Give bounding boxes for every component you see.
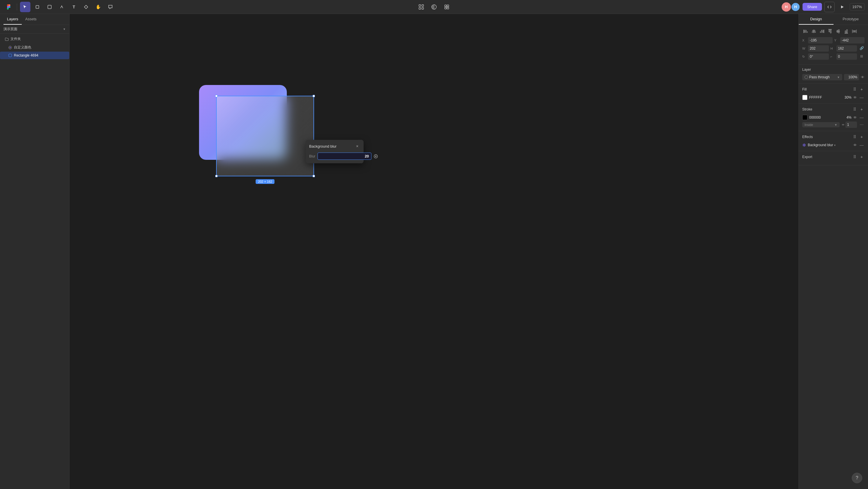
effect-remove-icon[interactable]: — xyxy=(859,142,865,148)
size-label: 202 × 162 xyxy=(255,179,274,184)
stroke-add-icon[interactable]: + xyxy=(859,107,865,112)
angle-input[interactable] xyxy=(808,53,829,60)
effects-add-icon[interactable]: + xyxy=(859,134,865,140)
export-add-icon[interactable]: + xyxy=(859,154,865,160)
share-resource-icon[interactable] xyxy=(441,2,452,12)
stroke-position-selector[interactable]: Inside ▼ xyxy=(802,122,840,127)
stroke-remove-icon[interactable]: — xyxy=(859,115,865,120)
svg-rect-9 xyxy=(447,5,449,7)
h-label: H xyxy=(831,47,835,50)
code-view-button[interactable] xyxy=(824,2,835,12)
stroke-color-swatch[interactable] xyxy=(802,115,807,120)
blur-popup-close-button[interactable]: × xyxy=(354,143,360,149)
align-left-icon[interactable] xyxy=(802,28,809,35)
folder-icon xyxy=(5,37,9,41)
blur-stepper-icon[interactable] xyxy=(374,154,378,159)
distribute-h-icon[interactable] xyxy=(851,28,858,35)
fill-remove-icon[interactable]: — xyxy=(859,94,865,100)
comment-tool[interactable] xyxy=(105,2,116,12)
corner-input[interactable] xyxy=(836,53,857,60)
blend-mode-selector[interactable]: Pass through ▼ xyxy=(802,74,842,80)
fill-settings-icon[interactable]: ⠿ xyxy=(852,86,858,92)
tab-assets[interactable]: Assets xyxy=(22,14,40,25)
svg-rect-31 xyxy=(845,31,846,33)
stroke-visibility-icon[interactable]: 👁 xyxy=(853,115,857,120)
blend-mode-value: Pass through xyxy=(809,75,830,79)
effects-settings-icon[interactable]: ⠿ xyxy=(852,134,858,140)
svg-rect-10 xyxy=(445,7,446,9)
present-button[interactable] xyxy=(837,2,847,12)
align-middle-v-icon[interactable] xyxy=(835,28,842,35)
rect-layer-icon xyxy=(8,53,12,57)
select-tool[interactable] xyxy=(20,2,30,12)
w-input[interactable] xyxy=(808,45,829,52)
handle-bottom-right[interactable] xyxy=(313,175,315,177)
hand-tool[interactable]: ✋ xyxy=(93,2,103,12)
page-selector[interactable]: 演示页面 ▼ xyxy=(0,25,69,34)
handle-top-left[interactable] xyxy=(215,95,218,97)
frosted-rect[interactable]: 202 × 162 xyxy=(216,96,314,176)
corner-type-icon[interactable]: ⊞ xyxy=(859,53,865,59)
fill-add-icon[interactable]: + xyxy=(859,86,865,92)
layer-item-rect4694[interactable]: Rectangle 4694 xyxy=(0,52,69,59)
tab-design[interactable]: Design xyxy=(799,14,834,25)
stroke-section-title: Stroke xyxy=(802,107,812,111)
text-tool[interactable]: T xyxy=(69,2,79,12)
svg-marker-2 xyxy=(84,5,88,9)
shape-tool[interactable] xyxy=(44,2,55,12)
blur-value-input[interactable] xyxy=(317,152,371,160)
grid-view-icon[interactable] xyxy=(416,2,427,12)
tab-layers[interactable]: Layers xyxy=(3,14,22,25)
stroke-width-input[interactable] xyxy=(845,121,857,128)
x-input[interactable] xyxy=(808,37,833,44)
fill-section: Fill ⠿ + FFFFFF 30% 👁 — xyxy=(799,84,868,104)
align-top-icon[interactable] xyxy=(827,28,834,35)
component-tool[interactable] xyxy=(81,2,91,12)
layer-label-custom-color: 自定义颜色 xyxy=(14,45,31,50)
layer-section-title: Layer xyxy=(802,67,811,71)
layer-item-folder[interactable]: 文件夹 xyxy=(0,35,69,43)
toolbar-center xyxy=(416,2,452,12)
avatar-2[interactable]: H xyxy=(791,2,800,11)
constrain-proportions-icon[interactable]: 🔗 xyxy=(859,45,865,51)
pen-tool[interactable] xyxy=(57,2,67,12)
stroke-more-icon[interactable]: ··· xyxy=(859,122,865,127)
fill-color-swatch[interactable] xyxy=(802,95,807,100)
effect-visibility-icon[interactable]: 👁 xyxy=(853,143,857,147)
svg-rect-0 xyxy=(36,5,39,8)
sidebar-tabs: Layers Assets xyxy=(0,14,69,25)
h-input[interactable] xyxy=(836,45,857,52)
page-dropdown-icon[interactable]: ▼ xyxy=(63,28,66,31)
corner-field: ⌐ xyxy=(831,53,857,60)
figma-logo[interactable] xyxy=(3,2,14,12)
handle-top-right[interactable] xyxy=(313,95,315,97)
stroke-actions: ⠿ + xyxy=(852,107,865,112)
frame-tool[interactable] xyxy=(32,2,42,12)
blur-label: Blur xyxy=(309,154,315,159)
layer-label-rect4694: Rectangle 4694 xyxy=(14,53,38,57)
svg-point-14 xyxy=(9,47,11,48)
share-button[interactable]: Share xyxy=(803,3,822,11)
y-input[interactable] xyxy=(840,37,865,44)
help-button[interactable]: ? xyxy=(852,473,862,483)
layer-item-custom-color[interactable]: 自定义颜色 xyxy=(0,43,69,52)
fill-visibility-icon[interactable]: 👁 xyxy=(853,95,857,100)
stroke-row: 000000 4% 👁 — xyxy=(802,115,865,120)
align-right-icon[interactable] xyxy=(818,28,826,35)
tab-prototype[interactable]: Prototype xyxy=(834,14,868,25)
handle-bottom-left[interactable] xyxy=(215,175,218,177)
export-settings-icon[interactable]: ⠿ xyxy=(852,154,858,160)
layer-controls-row: Pass through ▼ 👁 xyxy=(802,74,865,80)
layers-panel: 文件夹 自定义颜色 Rectangle 469 xyxy=(0,34,69,489)
export-section-header: Export ⠿ + xyxy=(802,154,865,160)
bg-blur-effect-name[interactable]: Background blur ▾ xyxy=(808,143,851,147)
theme-toggle[interactable] xyxy=(429,2,439,12)
opacity-input[interactable] xyxy=(844,74,859,80)
zoom-level[interactable]: 197% xyxy=(850,3,865,10)
align-center-h-icon[interactable] xyxy=(810,28,817,35)
avatar-1[interactable]: H xyxy=(782,2,791,11)
canvas-area[interactable]: 202 × 162 xyxy=(69,14,799,489)
stroke-settings-icon[interactable]: ⠿ xyxy=(852,107,858,112)
align-bottom-icon[interactable] xyxy=(843,28,850,35)
layer-visibility-icon[interactable]: 👁 xyxy=(861,75,865,80)
